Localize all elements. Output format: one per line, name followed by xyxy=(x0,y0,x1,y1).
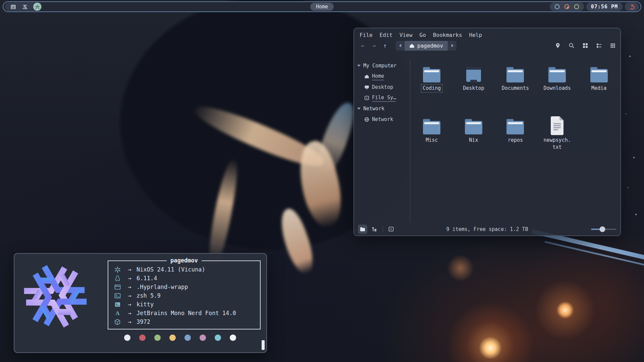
location-pin-button[interactable] xyxy=(555,43,561,49)
path-bar: pagedmov xyxy=(396,41,457,51)
terminal-window[interactable]: pagedmov → NixOS 24.11 (Vicuna) → 6.11. xyxy=(14,253,267,353)
file-label: Nix xyxy=(468,137,479,144)
list-view-button[interactable] xyxy=(596,43,602,49)
power-icon xyxy=(629,4,635,10)
desktop-icon xyxy=(364,85,369,89)
sidebar-item-label: File Sy… xyxy=(372,95,396,101)
home-icon xyxy=(364,74,369,79)
workspace-5-button[interactable] xyxy=(21,3,28,10)
palette-dot xyxy=(154,335,161,341)
menu-help[interactable]: Help xyxy=(469,32,482,38)
fetch-row-os: → NixOS 24.11 (Vicuna) xyxy=(112,265,260,274)
file-icon-view: Coding Desktop Documents Downloads xyxy=(410,59,621,223)
workspace-5-icon xyxy=(22,4,28,10)
menu-file[interactable]: File xyxy=(360,32,373,38)
sidebar-section-network[interactable]: Network xyxy=(354,103,410,114)
fetch-row-wm: → .Hyprland-wrapp xyxy=(112,283,260,291)
back-button[interactable]: ← xyxy=(357,42,368,49)
fetch-row-font: A → JetBrains Mono Nerd Font 14.0 xyxy=(112,309,260,317)
sidebar-item-label: Desktop xyxy=(372,84,393,90)
workspace-6-icon xyxy=(35,4,40,10)
show-files-toggle-button[interactable] xyxy=(358,225,367,234)
status-summary: 9 items, Free space: 1.2 TB xyxy=(446,226,528,232)
sidebar-item-label: Network xyxy=(372,116,393,122)
side-pane-toggle-button[interactable] xyxy=(386,225,396,234)
show-tree-toggle-button[interactable] xyxy=(370,225,379,234)
path-segment-home[interactable]: pagedmov xyxy=(405,41,448,51)
menu-view[interactable]: View xyxy=(399,32,413,38)
file-item-media[interactable]: Media xyxy=(579,64,620,116)
fetch-value: 6.11.4 xyxy=(137,275,157,282)
drive-icon xyxy=(364,96,369,100)
sidebar-item-desktop[interactable]: Desktop xyxy=(354,82,410,93)
status-bar-separator xyxy=(383,226,383,233)
volume-pie-icon xyxy=(564,4,570,10)
sidebar-header-label: Network xyxy=(363,106,384,112)
file-item-misc[interactable]: Misc xyxy=(411,116,452,168)
menu-bookmarks[interactable]: Bookmarks xyxy=(433,32,462,38)
terminal-color-palette xyxy=(124,335,236,341)
palette-dot xyxy=(124,335,130,341)
chevron-left-icon xyxy=(399,44,401,47)
icon-view-button[interactable] xyxy=(582,43,588,49)
file-item-coding[interactable]: Coding xyxy=(411,64,452,116)
search-button[interactable] xyxy=(569,43,575,49)
file-item-newpsych-txt[interactable]: newpsych.txt xyxy=(537,116,578,168)
svg-text:A: A xyxy=(115,310,120,316)
file-item-desktop[interactable]: Desktop xyxy=(453,64,494,116)
path-scroll-left-button[interactable] xyxy=(396,41,404,51)
desktop-folder-icon xyxy=(464,66,483,83)
file-item-repos[interactable]: repos xyxy=(495,116,536,168)
menu-go[interactable]: Go xyxy=(420,32,426,38)
folder-icon xyxy=(422,66,441,83)
file-manager-window: File Edit View Go Bookmarks Help ← → ↑ p… xyxy=(354,28,621,236)
fetch-row-packages: → 3972 xyxy=(112,317,260,326)
zoom-slider-knob[interactable] xyxy=(600,226,605,232)
arrow: → xyxy=(122,301,137,308)
zoom-slider[interactable] xyxy=(591,229,616,230)
up-button[interactable]: ↑ xyxy=(379,42,390,49)
expander-icon xyxy=(357,108,361,110)
file-item-documents[interactable]: Documents xyxy=(495,64,536,116)
arrow: → xyxy=(122,275,137,282)
terminal-cursor xyxy=(262,340,265,350)
sidebar-item-filesystem[interactable]: File Sy… xyxy=(354,93,410,103)
tree-icon xyxy=(372,227,377,232)
fastfetch-rows: → NixOS 24.11 (Vicuna) → 6.11.4 → .Hyprl… xyxy=(108,261,260,326)
globe-icon xyxy=(364,117,369,122)
menu-edit[interactable]: Edit xyxy=(380,32,393,38)
sidebar-item-home[interactable]: Home xyxy=(354,71,410,82)
sidebar-item-network[interactable]: Network xyxy=(354,114,410,125)
forward-button[interactable]: → xyxy=(368,42,379,49)
sidebar-section-my-computer[interactable]: My Computer xyxy=(354,60,410,71)
workspace-4-icon xyxy=(10,4,16,10)
focused-window-title: Home xyxy=(310,3,334,11)
file-label: Desktop xyxy=(462,85,485,92)
file-item-nix[interactable]: Nix xyxy=(453,116,494,168)
side-pane-icon xyxy=(388,227,394,232)
fetch-row-kernel: → 6.11.4 xyxy=(112,274,260,283)
file-label: Media xyxy=(590,85,607,92)
toolbar: ← → ↑ pagedmov xyxy=(354,38,621,53)
file-label: repos xyxy=(507,137,524,144)
folder-icon xyxy=(464,118,483,135)
nixos-icon xyxy=(114,266,121,273)
workspace-6-button-active[interactable] xyxy=(33,3,41,11)
compact-view-button[interactable] xyxy=(610,43,616,49)
power-button[interactable] xyxy=(625,2,639,11)
palette-dot xyxy=(184,335,191,341)
arrow: → xyxy=(122,292,137,299)
folder-icon xyxy=(547,66,567,83)
workspace-4-button[interactable] xyxy=(10,3,16,10)
fetch-value: zsh 5.9 xyxy=(137,292,161,299)
arrow: → xyxy=(122,266,137,273)
file-label: Coding xyxy=(422,85,442,92)
folder-icon xyxy=(505,118,525,135)
path-scroll-right-button[interactable] xyxy=(448,41,457,51)
file-label: Downloads xyxy=(542,85,572,92)
palette-dot xyxy=(215,335,221,341)
folder-icon xyxy=(360,227,365,232)
sidebar-item-label: Home xyxy=(372,73,384,80)
file-item-downloads[interactable]: Downloads xyxy=(537,64,578,116)
font-icon: A xyxy=(114,310,121,316)
